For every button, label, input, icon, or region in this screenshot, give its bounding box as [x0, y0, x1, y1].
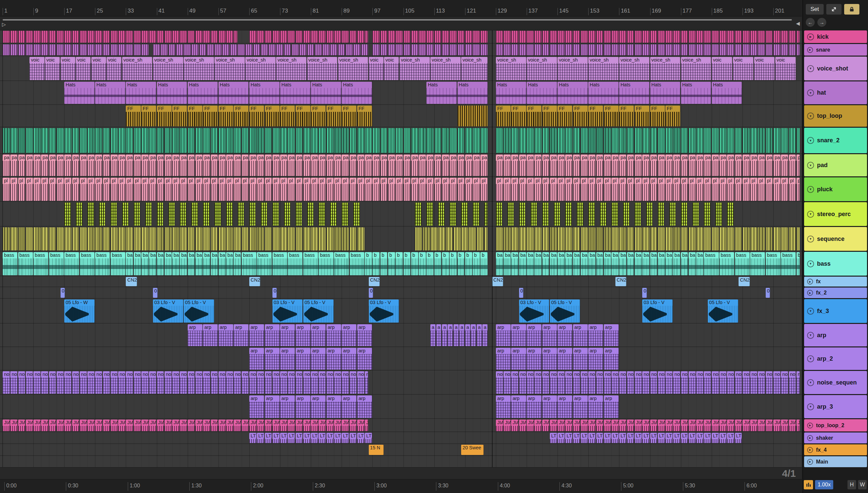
clip-top_loop[interactable]: FF — [542, 106, 557, 126]
expand-diagonal-icon-button[interactable] — [826, 4, 842, 15]
clip-pluck[interactable]: pl — [373, 178, 380, 201]
clip-snare_2[interactable] — [473, 128, 480, 153]
clip-snare_2[interactable] — [126, 128, 133, 153]
track-header-fx_2[interactable]: ▶fx_2 — [804, 287, 867, 298]
overview-scroll-strip[interactable]: ▷ ◀ — [0, 17, 802, 30]
clip-bass[interactable]: b — [411, 252, 419, 275]
clip-pad[interactable]: pa — [272, 154, 280, 176]
clip-snare_2[interactable] — [388, 128, 395, 153]
clip-hat[interactable]: Hats — [712, 82, 742, 104]
clip-shaker[interactable]: LT_ — [550, 433, 557, 443]
clip-bass[interactable]: ba — [534, 252, 542, 275]
clip-snare[interactable] — [750, 44, 758, 55]
clip-kick[interactable] — [797, 31, 800, 43]
clip-snare[interactable] — [619, 44, 626, 55]
clip-kick[interactable] — [342, 31, 349, 43]
clip-pluck[interactable]: pl — [635, 178, 642, 201]
clip-kick[interactable] — [265, 31, 272, 43]
clip-pluck[interactable]: pl — [110, 178, 118, 201]
clip-kick[interactable] — [573, 31, 580, 43]
clip-kick[interactable] — [766, 31, 773, 43]
clip-top_loop_2[interactable]: JIAF — [103, 420, 110, 431]
time-ruler[interactable]: 0:000:301:001:302:002:303:003:304:004:30… — [0, 479, 802, 493]
clip-arp_3[interactable]: arp — [357, 395, 372, 418]
clip-noise_sequen[interactable]: nois — [650, 371, 657, 394]
clip-snare_2[interactable] — [380, 128, 388, 153]
clip-top_loop[interactable]: FF — [172, 106, 187, 126]
clip-snare_2[interactable] — [211, 128, 218, 153]
track-header-top_loop[interactable]: ▼top_loop — [804, 105, 867, 127]
clip-kick[interactable] — [527, 31, 534, 43]
clip-pad[interactable]: pa — [318, 154, 326, 176]
clip-pad[interactable]: pa — [480, 154, 488, 176]
clip-kick[interactable] — [303, 31, 311, 43]
clip-pad[interactable]: pa — [242, 154, 249, 176]
clip-snare[interactable] — [87, 44, 95, 55]
clip-bass[interactable]: b — [396, 252, 403, 275]
clip-snare_2[interactable] — [557, 128, 565, 153]
clip-snare_2[interactable] — [449, 128, 457, 153]
clip-top_loop_2[interactable]: JIAF — [350, 420, 357, 431]
clip-shaker[interactable]: LT_ — [696, 433, 703, 443]
clip-sequence[interactable] — [26, 227, 33, 251]
clip-stereo_perc[interactable] — [531, 202, 537, 226]
clip-pad[interactable]: pa — [581, 154, 588, 176]
clip-snare[interactable] — [573, 44, 580, 55]
clip-bass[interactable]: b — [473, 252, 480, 275]
clip-sequence[interactable] — [527, 227, 534, 251]
clip-top_loop_2[interactable]: JIAF — [249, 420, 257, 431]
clip-snare_2[interactable] — [342, 128, 349, 153]
clip-snare_2[interactable] — [226, 128, 233, 153]
clip-noise_sequen[interactable]: nois — [557, 371, 565, 394]
clip-pad[interactable]: pa — [172, 154, 179, 176]
clip-shaker[interactable]: LT_ — [727, 433, 734, 443]
clip-pad[interactable]: pa — [449, 154, 457, 176]
clip-noise_sequen[interactable]: nois — [18, 371, 25, 394]
clip-top_loop_2[interactable]: JIAF — [527, 420, 534, 431]
clip-shaker[interactable]: LT_ — [296, 433, 303, 443]
clip-kick[interactable] — [735, 31, 742, 43]
clip-snare[interactable] — [635, 44, 642, 55]
clip-snare_2[interactable] — [203, 128, 210, 153]
clip-snare[interactable] — [3, 44, 10, 55]
clip-top_loop[interactable]: FF — [635, 106, 650, 126]
clip-arp_2[interactable]: arp — [265, 348, 280, 370]
clip-kick[interactable] — [388, 31, 395, 43]
clip-stereo_perc[interactable] — [191, 202, 198, 226]
clip-kick[interactable] — [226, 31, 233, 43]
clip-pluck[interactable]: pl — [619, 178, 626, 201]
clip-snare[interactable] — [373, 44, 380, 55]
clip-noise_sequen[interactable]: nois — [80, 371, 87, 394]
clip-snare[interactable] — [230, 44, 237, 55]
clip-stereo_perc[interactable] — [353, 202, 360, 226]
clip-kick[interactable] — [681, 31, 688, 43]
clip-pad[interactable]: pa — [750, 154, 758, 176]
clip-pluck[interactable]: pl — [650, 178, 657, 201]
clip-noise_sequen[interactable]: nois — [41, 371, 48, 394]
clip-kick[interactable] — [380, 31, 388, 43]
clip-pad[interactable]: pa — [743, 154, 750, 176]
clip-voice_shot[interactable]: voic — [107, 57, 122, 80]
clip-snare_2[interactable] — [419, 128, 426, 153]
clip-sequence[interactable] — [234, 227, 241, 251]
clip-top_loop[interactable]: FF — [650, 106, 665, 126]
clip-kick[interactable] — [257, 31, 264, 43]
clip-pluck[interactable]: pl — [72, 178, 80, 201]
track-header-pad[interactable]: ▼pad — [804, 154, 867, 176]
clip-top_loop_2[interactable]: JIAF — [619, 420, 626, 431]
clip-pad[interactable]: pa — [388, 154, 395, 176]
clip-shaker[interactable]: LT_ — [712, 433, 719, 443]
clip-pad[interactable]: pa — [442, 154, 449, 176]
clip-voice_shot[interactable]: voice_sh — [122, 57, 153, 80]
overview-scrollbar[interactable] — [3, 19, 792, 21]
clip-snare[interactable] — [245, 44, 253, 55]
clip-arp[interactable]: a — [465, 324, 470, 346]
clip-snare[interactable] — [473, 44, 480, 55]
clip-snare[interactable] — [380, 44, 388, 55]
clip-top_loop[interactable]: FF — [296, 106, 311, 126]
clip-sequence[interactable] — [265, 227, 272, 251]
clip-bass[interactable]: ba — [627, 252, 634, 275]
clip-kick[interactable] — [203, 31, 210, 43]
clip-snare[interactable] — [550, 44, 557, 55]
track-fold-collapsed-icon[interactable]: ▶ — [807, 447, 813, 453]
